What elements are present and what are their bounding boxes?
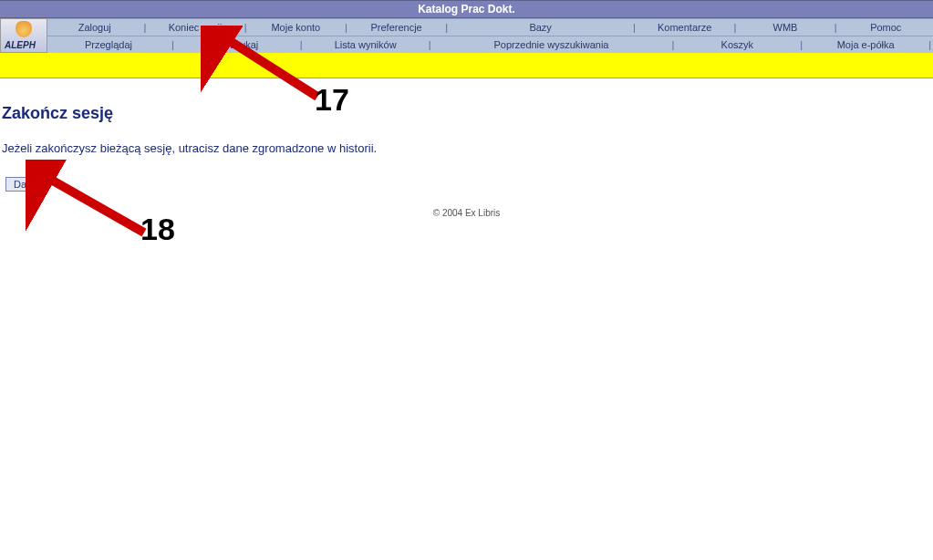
logo-text: ALEPH (5, 40, 36, 50)
nav-sep: | (170, 39, 176, 50)
nav-przegladaj[interactable]: Przeglądaj (47, 39, 170, 50)
nav-zaloguj[interactable]: Zaloguj (47, 22, 141, 33)
message: Jeżeli zakończysz bieżącą sesję, utracis… (2, 141, 931, 155)
title-bar: Katalog Prac Dokt. (0, 0, 933, 18)
title-text: Katalog Prac Dokt. (418, 3, 515, 16)
nav-koniec-sesji[interactable]: Koniec sesji (148, 22, 242, 33)
nav-sep: | (731, 22, 738, 33)
nav-sep: | (798, 39, 804, 50)
nav-wyszukaj[interactable]: Wyszukaj (176, 39, 298, 50)
nav-preferencje[interactable]: Preferencje (349, 22, 443, 33)
nav-moja-epolka[interactable]: Moja e-półka (804, 39, 927, 50)
next-button[interactable]: Dalej (5, 177, 45, 192)
nav-rows: Zaloguj | Koniec sesji | Moje konto | Pr… (47, 18, 933, 53)
nav-sep: | (631, 22, 638, 33)
yellow-bar (0, 53, 933, 78)
nav-bazy[interactable]: Bazy (450, 22, 631, 33)
nav-pomoc[interactable]: Pomoc (839, 22, 933, 33)
nav-moje-konto[interactable]: Moje konto (249, 22, 343, 33)
logo[interactable]: ALEPH (0, 18, 47, 53)
nav-komentarze[interactable]: Komentarze (638, 22, 731, 33)
nav-poprzednie[interactable]: Poprzednie wyszukiwania (433, 39, 670, 50)
nav-sep: | (343, 22, 349, 33)
content: Zakończ sesję Jeżeli zakończysz bieżącą … (0, 78, 933, 218)
nav-row-1: Zaloguj | Koniec sesji | Moje konto | Pr… (47, 18, 933, 36)
nav-koszyk[interactable]: Koszyk (676, 39, 798, 50)
nav-sep: | (927, 39, 933, 50)
nav-sep: | (141, 22, 148, 33)
nav-sep: | (443, 22, 450, 33)
nav-lista-wynikow[interactable]: Lista wyników (305, 39, 427, 50)
annotation-label-18: 18 (140, 212, 175, 247)
nav-sep: | (298, 39, 305, 50)
nav-row-2: Przeglądaj | Wyszukaj | Lista wyników | … (47, 36, 933, 53)
nav-sep: | (427, 39, 433, 50)
nav-sep: | (669, 39, 676, 50)
nav-wmb[interactable]: WMB (738, 22, 832, 33)
nav-container: ALEPH Zaloguj | Koniec sesji | Moje kont… (0, 18, 933, 53)
page-title: Zakończ sesję (2, 104, 931, 123)
annotation-label-17: 17 (315, 82, 349, 118)
nav-sep: | (833, 22, 839, 33)
logo-flame-icon (16, 21, 32, 37)
nav-sep: | (243, 22, 249, 33)
